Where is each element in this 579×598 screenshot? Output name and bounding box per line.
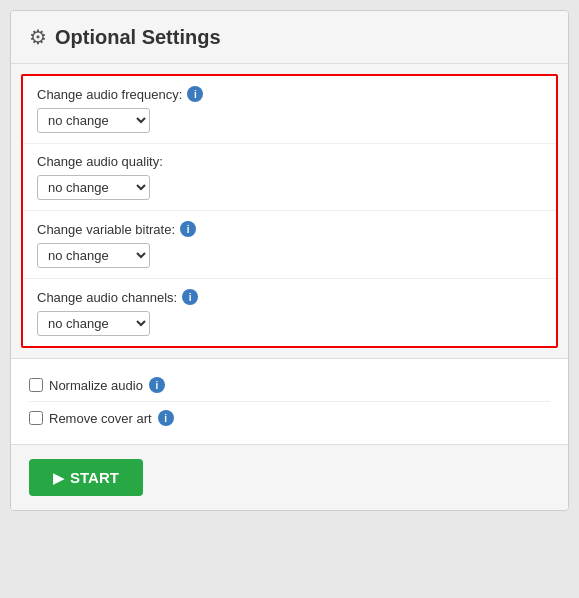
- audio-quality-row: Change audio quality: no change Low Medi…: [23, 144, 556, 211]
- start-arrow-icon: ▶: [53, 470, 64, 486]
- normalize-audio-row: Normalize audio i: [29, 369, 550, 402]
- audio-frequency-info-icon[interactable]: i: [187, 86, 203, 102]
- remove-cover-art-checkbox[interactable]: [29, 411, 43, 425]
- start-button[interactable]: ▶ START: [29, 459, 143, 496]
- remove-cover-art-info-icon[interactable]: i: [158, 410, 174, 426]
- normalize-audio-checkbox[interactable]: [29, 378, 43, 392]
- audio-channels-select[interactable]: no change 1 (Mono) 2 (Stereo): [37, 311, 150, 336]
- audio-channels-row: Change audio channels: i no change 1 (Mo…: [23, 279, 556, 346]
- normalize-audio-label[interactable]: Normalize audio i: [29, 377, 165, 393]
- audio-channels-label: Change audio channels: i: [37, 289, 542, 305]
- card-header: ⚙ Optional Settings: [11, 11, 568, 64]
- audio-frequency-label: Change audio frequency: i: [37, 86, 542, 102]
- audio-quality-label: Change audio quality:: [37, 154, 542, 169]
- audio-quality-select[interactable]: no change Low Medium High: [37, 175, 150, 200]
- remove-cover-art-label[interactable]: Remove cover art i: [29, 410, 174, 426]
- audio-channels-info-icon[interactable]: i: [182, 289, 198, 305]
- remove-cover-art-row: Remove cover art i: [29, 402, 550, 434]
- variable-bitrate-select[interactable]: no change On Off: [37, 243, 150, 268]
- variable-bitrate-info-icon[interactable]: i: [180, 221, 196, 237]
- gear-icon: ⚙: [29, 25, 47, 49]
- checkbox-section: Normalize audio i Remove cover art i: [11, 358, 568, 444]
- red-bordered-section: Change audio frequency: i no change 8000…: [21, 74, 558, 348]
- variable-bitrate-label: Change variable bitrate: i: [37, 221, 542, 237]
- audio-frequency-select[interactable]: no change 8000 Hz 11025 Hz 16000 Hz 2205…: [37, 108, 150, 133]
- page-title: Optional Settings: [55, 26, 221, 49]
- normalize-audio-info-icon[interactable]: i: [149, 377, 165, 393]
- start-section: ▶ START: [11, 444, 568, 510]
- variable-bitrate-row: Change variable bitrate: i no change On …: [23, 211, 556, 279]
- optional-settings-card: ⚙ Optional Settings Change audio frequen…: [10, 10, 569, 511]
- audio-frequency-row: Change audio frequency: i no change 8000…: [23, 76, 556, 144]
